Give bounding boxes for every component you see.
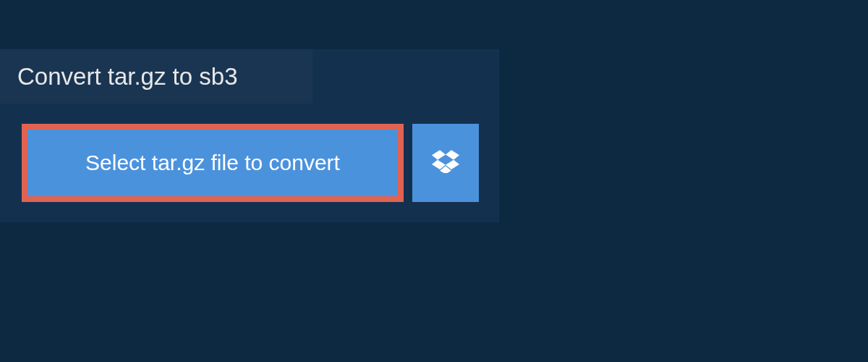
select-file-button[interactable]: Select tar.gz file to convert xyxy=(22,124,404,202)
dropbox-button[interactable] xyxy=(412,124,479,202)
page-title: Convert tar.gz to sb3 xyxy=(17,63,238,90)
tab-header: Convert tar.gz to sb3 xyxy=(0,49,312,104)
converter-panel: Convert tar.gz to sb3 Select tar.gz file… xyxy=(0,49,499,222)
select-file-label: Select tar.gz file to convert xyxy=(85,151,340,175)
dropbox-icon xyxy=(432,150,459,176)
